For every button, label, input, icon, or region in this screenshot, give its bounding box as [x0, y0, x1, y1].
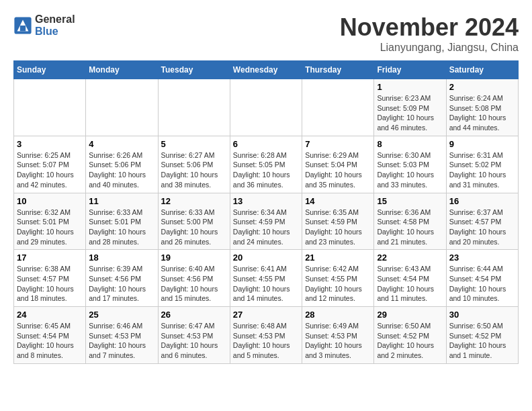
day-number: 22 [377, 253, 443, 263]
day-info: Sunrise: 6:48 AM Sunset: 4:53 PM Dayligh… [233, 321, 299, 361]
weekday-thursday: Thursday [302, 61, 374, 79]
day-number: 24 [17, 310, 83, 320]
day-info: Sunrise: 6:44 AM Sunset: 4:54 PM Dayligh… [449, 264, 515, 304]
month-title: November 2024 [340, 13, 519, 42]
calendar-cell: 21Sunrise: 6:42 AM Sunset: 4:55 PM Dayli… [302, 250, 374, 307]
weekday-saturday: Saturday [446, 61, 518, 79]
day-number: 23 [449, 253, 515, 263]
week-row-1: 1Sunrise: 6:23 AM Sunset: 5:09 PM Daylig… [14, 79, 519, 136]
day-number: 5 [161, 139, 227, 149]
day-number: 18 [89, 253, 154, 263]
day-info: Sunrise: 6:35 AM Sunset: 4:59 PM Dayligh… [305, 208, 371, 247]
day-number: 13 [233, 196, 299, 206]
calendar-cell [158, 79, 230, 136]
day-number: 10 [17, 196, 83, 206]
day-info: Sunrise: 6:45 AM Sunset: 4:54 PM Dayligh… [17, 321, 83, 361]
calendar-cell: 11Sunrise: 6:33 AM Sunset: 5:01 PM Dayli… [86, 193, 158, 250]
calendar-body: 1Sunrise: 6:23 AM Sunset: 5:09 PM Daylig… [14, 79, 519, 364]
day-number: 14 [305, 196, 371, 206]
calendar-cell [14, 79, 86, 136]
calendar-cell: 17Sunrise: 6:38 AM Sunset: 4:57 PM Dayli… [14, 250, 86, 307]
day-info: Sunrise: 6:33 AM Sunset: 5:00 PM Dayligh… [161, 208, 227, 247]
day-number: 30 [449, 310, 515, 320]
calendar-cell: 29Sunrise: 6:50 AM Sunset: 4:52 PM Dayli… [374, 307, 446, 364]
calendar-cell: 30Sunrise: 6:50 AM Sunset: 4:52 PM Dayli… [446, 307, 518, 364]
day-number: 25 [89, 310, 154, 320]
day-number: 12 [161, 196, 227, 206]
day-info: Sunrise: 6:38 AM Sunset: 4:57 PM Dayligh… [17, 264, 83, 304]
day-info: Sunrise: 6:27 AM Sunset: 5:06 PM Dayligh… [161, 150, 227, 190]
calendar-cell [302, 79, 374, 136]
page-header: General Blue November 2024 Lianyungang, … [13, 13, 519, 54]
weekday-monday: Monday [86, 61, 158, 79]
day-number: 26 [161, 310, 227, 320]
title-area: November 2024 Lianyungang, Jiangsu, Chin… [340, 13, 519, 54]
calendar-cell: 27Sunrise: 6:48 AM Sunset: 4:53 PM Dayli… [230, 307, 302, 364]
day-info: Sunrise: 6:47 AM Sunset: 4:53 PM Dayligh… [161, 321, 227, 361]
day-number: 28 [305, 310, 371, 320]
day-info: Sunrise: 6:25 AM Sunset: 5:07 PM Dayligh… [17, 150, 83, 190]
logo-line1: General [35, 13, 75, 26]
day-info: Sunrise: 6:46 AM Sunset: 4:53 PM Dayligh… [89, 321, 154, 361]
day-info: Sunrise: 6:32 AM Sunset: 5:01 PM Dayligh… [17, 208, 83, 247]
calendar-cell: 12Sunrise: 6:33 AM Sunset: 5:00 PM Dayli… [158, 193, 230, 250]
day-info: Sunrise: 6:49 AM Sunset: 4:53 PM Dayligh… [305, 321, 371, 361]
day-number: 3 [17, 139, 83, 149]
day-number: 21 [305, 253, 371, 263]
calendar-cell: 1Sunrise: 6:23 AM Sunset: 5:09 PM Daylig… [374, 79, 446, 136]
calendar-cell: 28Sunrise: 6:49 AM Sunset: 4:53 PM Dayli… [302, 307, 374, 364]
week-row-3: 10Sunrise: 6:32 AM Sunset: 5:01 PM Dayli… [14, 193, 519, 250]
day-number: 17 [17, 253, 83, 263]
week-row-5: 24Sunrise: 6:45 AM Sunset: 4:54 PM Dayli… [14, 307, 519, 364]
calendar-cell: 9Sunrise: 6:31 AM Sunset: 5:02 PM Daylig… [446, 136, 518, 193]
calendar-cell [86, 79, 158, 136]
calendar-cell: 3Sunrise: 6:25 AM Sunset: 5:07 PM Daylig… [14, 136, 86, 193]
day-number: 8 [377, 139, 443, 149]
day-info: Sunrise: 6:23 AM Sunset: 5:09 PM Dayligh… [377, 93, 443, 133]
day-number: 11 [89, 196, 154, 206]
day-info: Sunrise: 6:24 AM Sunset: 5:08 PM Dayligh… [449, 93, 515, 133]
day-info: Sunrise: 6:34 AM Sunset: 4:59 PM Dayligh… [233, 208, 299, 247]
calendar-cell: 6Sunrise: 6:28 AM Sunset: 5:05 PM Daylig… [230, 136, 302, 193]
calendar-cell: 20Sunrise: 6:41 AM Sunset: 4:55 PM Dayli… [230, 250, 302, 307]
calendar-cell: 2Sunrise: 6:24 AM Sunset: 5:08 PM Daylig… [446, 79, 518, 136]
day-info: Sunrise: 6:26 AM Sunset: 5:06 PM Dayligh… [89, 150, 154, 190]
day-info: Sunrise: 6:37 AM Sunset: 4:57 PM Dayligh… [449, 208, 515, 247]
weekday-tuesday: Tuesday [158, 61, 230, 79]
day-info: Sunrise: 6:29 AM Sunset: 5:04 PM Dayligh… [305, 150, 371, 190]
logo-icon [13, 16, 32, 35]
calendar-cell: 10Sunrise: 6:32 AM Sunset: 5:01 PM Dayli… [14, 193, 86, 250]
calendar-cell: 8Sunrise: 6:30 AM Sunset: 5:03 PM Daylig… [374, 136, 446, 193]
weekday-wednesday: Wednesday [230, 61, 302, 79]
day-number: 7 [305, 139, 371, 149]
svg-rect-2 [20, 26, 26, 31]
day-info: Sunrise: 6:36 AM Sunset: 4:58 PM Dayligh… [377, 208, 443, 247]
day-number: 29 [377, 310, 443, 320]
weekday-header-row: SundayMondayTuesdayWednesdayThursdayFrid… [14, 61, 519, 79]
calendar-cell: 19Sunrise: 6:40 AM Sunset: 4:56 PM Dayli… [158, 250, 230, 307]
day-info: Sunrise: 6:28 AM Sunset: 5:05 PM Dayligh… [233, 150, 299, 190]
day-number: 19 [161, 253, 227, 263]
day-number: 6 [233, 139, 299, 149]
calendar-cell: 26Sunrise: 6:47 AM Sunset: 4:53 PM Dayli… [158, 307, 230, 364]
day-number: 16 [449, 196, 515, 206]
calendar-table: SundayMondayTuesdayWednesdayThursdayFrid… [13, 60, 519, 364]
calendar-cell: 13Sunrise: 6:34 AM Sunset: 4:59 PM Dayli… [230, 193, 302, 250]
calendar-cell: 23Sunrise: 6:44 AM Sunset: 4:54 PM Dayli… [446, 250, 518, 307]
logo-line2: Blue [35, 26, 75, 38]
day-info: Sunrise: 6:41 AM Sunset: 4:55 PM Dayligh… [233, 264, 299, 304]
day-info: Sunrise: 6:30 AM Sunset: 5:03 PM Dayligh… [377, 150, 443, 190]
calendar-cell: 16Sunrise: 6:37 AM Sunset: 4:57 PM Dayli… [446, 193, 518, 250]
calendar-cell: 25Sunrise: 6:46 AM Sunset: 4:53 PM Dayli… [86, 307, 158, 364]
calendar-cell: 4Sunrise: 6:26 AM Sunset: 5:06 PM Daylig… [86, 136, 158, 193]
calendar-cell: 14Sunrise: 6:35 AM Sunset: 4:59 PM Dayli… [302, 193, 374, 250]
weekday-friday: Friday [374, 61, 446, 79]
calendar-cell: 24Sunrise: 6:45 AM Sunset: 4:54 PM Dayli… [14, 307, 86, 364]
calendar-cell: 18Sunrise: 6:39 AM Sunset: 4:56 PM Dayli… [86, 250, 158, 307]
day-number: 4 [89, 139, 154, 149]
day-number: 1 [377, 82, 443, 92]
day-info: Sunrise: 6:40 AM Sunset: 4:56 PM Dayligh… [161, 264, 227, 304]
week-row-4: 17Sunrise: 6:38 AM Sunset: 4:57 PM Dayli… [14, 250, 519, 307]
calendar-cell: 15Sunrise: 6:36 AM Sunset: 4:58 PM Dayli… [374, 193, 446, 250]
week-row-2: 3Sunrise: 6:25 AM Sunset: 5:07 PM Daylig… [14, 136, 519, 193]
